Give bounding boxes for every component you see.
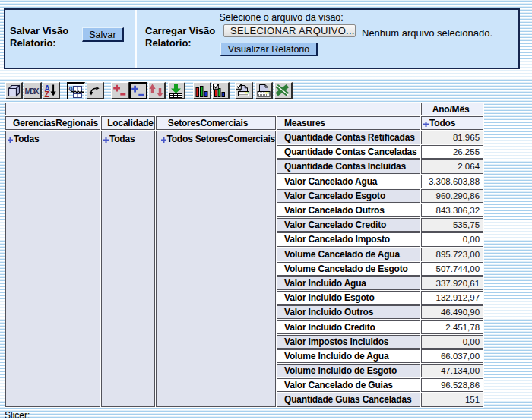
svg-text:Z: Z <box>45 90 49 98</box>
svg-text:MDX: MDX <box>25 87 40 96</box>
